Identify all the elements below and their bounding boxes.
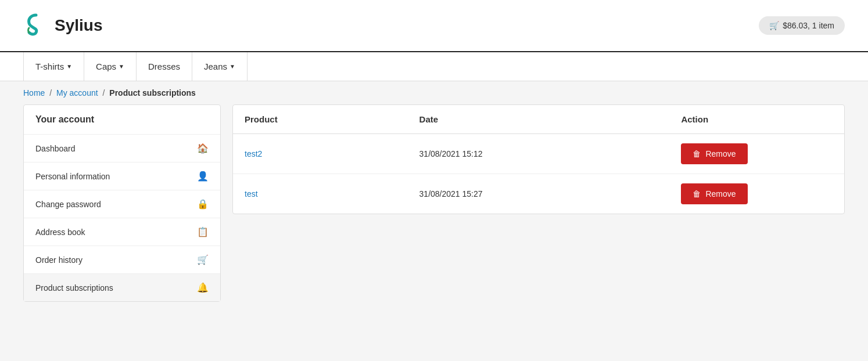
home-icon: 🏠 — [197, 143, 209, 154]
breadcrumb: Home / My account / Product subscription… — [0, 81, 868, 104]
lock-icon: 🔒 — [197, 198, 209, 210]
navigation: T-shirts ▼ Caps ▼ Dresses Jeans ▼ — [0, 52, 868, 81]
chevron-down-icon: ▼ — [229, 63, 235, 70]
logo: Sylius — [23, 13, 102, 38]
main-content: Your account Dashboard 🏠 Personal inform… — [0, 104, 868, 325]
cell-action-2: 🗑 Remove — [669, 174, 844, 214]
nav-label-caps: Caps — [96, 62, 116, 71]
nav-item-tshirts[interactable]: T-shirts ▼ — [23, 52, 84, 81]
trash-icon: 🗑 — [693, 189, 701, 198]
sidebar-item-address-book[interactable]: Address book 📋 — [24, 218, 220, 246]
remove-button-1[interactable]: 🗑 Remove — [681, 143, 747, 164]
sidebar: Your account Dashboard 🏠 Personal inform… — [23, 104, 221, 302]
nav-item-dresses[interactable]: Dresses — [137, 52, 192, 81]
sidebar-title: Your account — [24, 105, 220, 135]
chevron-down-icon: ▼ — [66, 63, 72, 70]
sidebar-label-change-password: Change password — [35, 200, 101, 209]
chevron-down-icon: ▼ — [119, 63, 124, 70]
sidebar-item-personal-information[interactable]: Personal information 👤 — [24, 163, 220, 190]
cart-label: $86.03, 1 item — [783, 21, 834, 30]
sidebar-label-dashboard: Dashboard — [35, 144, 76, 153]
subscriptions-table: Product Date Action test2 31/08/2021 15:… — [233, 105, 844, 214]
col-header-action: Action — [669, 105, 844, 134]
sidebar-item-change-password[interactable]: Change password 🔒 — [24, 190, 220, 218]
cell-date-1: 31/08/2021 15:12 — [408, 134, 670, 174]
person-icon: 👤 — [197, 171, 209, 182]
breadcrumb-sep-1: / — [49, 88, 52, 98]
content-area: Product Date Action test2 31/08/2021 15:… — [232, 104, 845, 214]
header: Sylius 🛒 $86.03, 1 item — [0, 0, 868, 52]
nav-label-tshirts: T-shirts — [35, 62, 64, 71]
nav-item-jeans[interactable]: Jeans ▼ — [192, 52, 248, 81]
nav-label-jeans: Jeans — [204, 62, 227, 71]
book-icon: 📋 — [197, 226, 209, 237]
sidebar-item-dashboard[interactable]: Dashboard 🏠 — [24, 135, 220, 163]
col-header-date: Date — [408, 105, 670, 134]
logo-text: Sylius — [55, 16, 102, 35]
cart-icon: 🛒 — [197, 254, 209, 265]
sylius-logo-icon — [23, 13, 49, 38]
product-link-test[interactable]: test — [245, 189, 258, 198]
sidebar-label-address-book: Address book — [35, 228, 85, 237]
breadcrumb-sep-2: / — [103, 88, 105, 98]
bell-icon: 🔔 — [197, 282, 209, 293]
breadcrumb-home[interactable]: Home — [23, 88, 45, 98]
breadcrumb-my-account[interactable]: My account — [56, 88, 98, 98]
cart-icon: 🛒 — [769, 21, 779, 30]
sidebar-item-product-subscriptions[interactable]: Product subscriptions 🔔 — [24, 274, 220, 301]
nav-label-dresses: Dresses — [148, 62, 180, 71]
remove-label-2: Remove — [705, 189, 736, 198]
sidebar-label-order-history: Order history — [35, 255, 83, 265]
cell-action-1: 🗑 Remove — [669, 134, 844, 174]
remove-button-2[interactable]: 🗑 Remove — [681, 183, 747, 204]
cart-button[interactable]: 🛒 $86.03, 1 item — [759, 16, 845, 35]
trash-icon: 🗑 — [693, 149, 701, 158]
cell-date-2: 31/08/2021 15:27 — [408, 174, 670, 214]
sidebar-label-product-subscriptions: Product subscriptions — [35, 283, 113, 293]
product-link-test2[interactable]: test2 — [245, 149, 262, 158]
breadcrumb-current: Product subscriptions — [109, 88, 196, 98]
col-header-product: Product — [233, 105, 408, 134]
cell-product-2: test — [233, 174, 408, 214]
sidebar-item-order-history[interactable]: Order history 🛒 — [24, 246, 220, 274]
sidebar-label-personal-info: Personal information — [35, 172, 110, 181]
cell-product-1: test2 — [233, 134, 408, 174]
nav-item-caps[interactable]: Caps ▼ — [84, 52, 137, 81]
table-row: test2 31/08/2021 15:12 🗑 Remove — [233, 134, 844, 174]
table-row: test 31/08/2021 15:27 🗑 Remove — [233, 174, 844, 214]
table-header-row: Product Date Action — [233, 105, 844, 134]
remove-label-1: Remove — [705, 149, 736, 158]
